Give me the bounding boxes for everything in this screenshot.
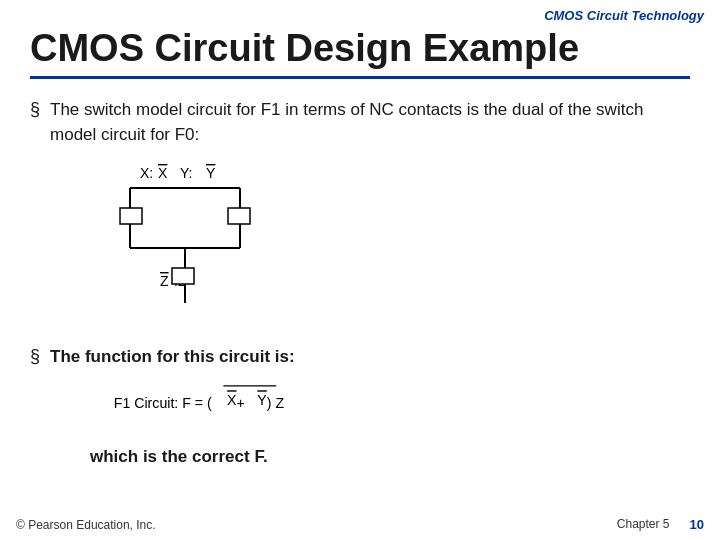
svg-text:Z: Z (160, 273, 169, 289)
bullet-item-2: § The function for this circuit is: F1 C… (30, 344, 690, 432)
page-title: CMOS Circuit Design Example (30, 28, 690, 70)
footer-right: Chapter 5 10 (617, 517, 704, 532)
course-title: CMOS Circuit Technology (544, 8, 704, 23)
svg-text:F1 Circuit: F = (: F1 Circuit: F = ( (114, 396, 212, 412)
bullet-text-2: The function for this circuit is: (50, 344, 450, 370)
bullet-symbol-1: § (30, 99, 40, 120)
bullet-item-1: § The switch model circuit for F1 in ter… (30, 97, 690, 328)
which-text: which is the correct F. (90, 447, 690, 467)
content-area: § The switch model circuit for F1 in ter… (0, 97, 720, 468)
svg-text:Y: Y (206, 165, 216, 181)
copyright: © Pearson Education, Inc. (16, 518, 156, 532)
bullet-symbol-2: § (30, 346, 40, 367)
svg-text:Y: Y (257, 392, 267, 408)
page-number: 10 (690, 517, 704, 532)
svg-rect-13 (172, 268, 194, 284)
svg-rect-8 (228, 208, 250, 224)
chapter-label: Chapter 5 (617, 517, 670, 532)
svg-text:X: X (158, 165, 168, 181)
bullet-text-1: The switch model circuit for F1 in terms… (50, 97, 690, 148)
svg-text:Y:: Y: (180, 165, 192, 181)
circuit-diagram-1: X: X Y: Y (110, 158, 310, 318)
svg-text:X:: X: (140, 165, 153, 181)
footer: © Pearson Education, Inc. Chapter 5 10 (16, 517, 704, 532)
title-divider (30, 76, 690, 79)
function-diagram: F1 Circuit: F = ( X + Y ) Z (110, 377, 450, 423)
slide: CMOS Circuit Technology CMOS Circuit Des… (0, 0, 720, 540)
svg-text:) Z: ) Z (267, 396, 285, 412)
svg-rect-7 (120, 208, 142, 224)
svg-text:X: X (227, 392, 237, 408)
svg-text:+: + (237, 396, 245, 412)
